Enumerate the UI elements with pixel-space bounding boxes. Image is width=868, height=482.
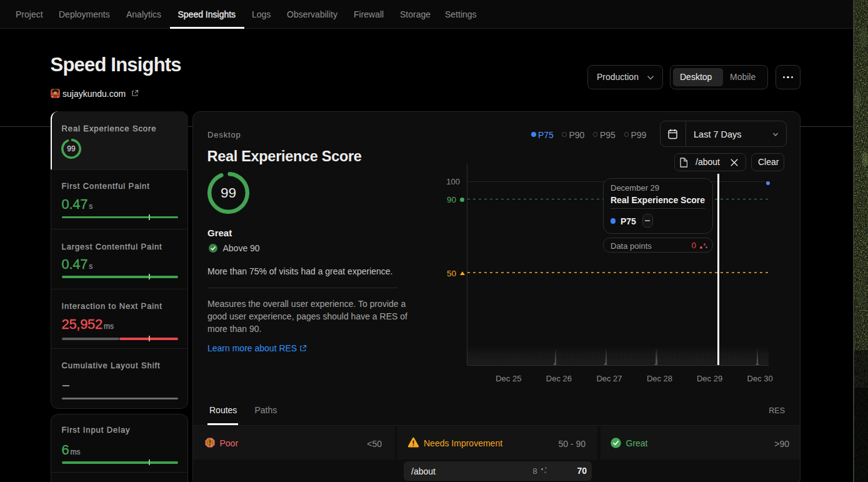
svg-text:99: 99 [220,185,236,201]
svg-text:99: 99 [67,145,76,154]
